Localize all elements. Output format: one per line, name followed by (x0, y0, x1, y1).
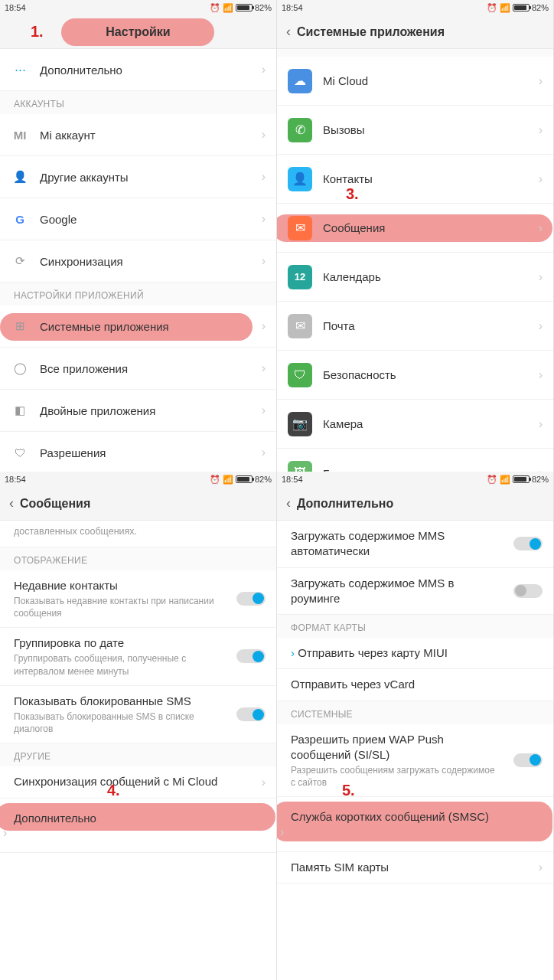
row-mi-account[interactable]: MI Mi аккаунт › (0, 114, 276, 156)
battery-pct: 82% (532, 3, 549, 12)
mi-logo-icon: MI (11, 126, 29, 144)
chevron-right-icon: › (262, 63, 266, 77)
row-more[interactable]: 4. Дополнительно › (0, 799, 276, 853)
alarm-icon: ⏰ (487, 3, 497, 13)
chevron-right-icon: › (539, 368, 543, 382)
label: Системные приложения (40, 320, 262, 333)
row-sync[interactable]: ⟳ Синхронизация › (0, 240, 276, 283)
label: Дополнительно (40, 64, 262, 77)
section-accounts: АККАУНТЫ (0, 91, 276, 114)
label: Google (40, 213, 262, 226)
chevron-right-icon: › (539, 74, 543, 88)
row-show-blocked[interactable]: Показывать блокированные SMS Показывать … (0, 686, 276, 744)
chevron-right-icon: › (539, 270, 543, 284)
row-smsc[interactable]: 5. Служба коротких сообщений (SMSC) › (277, 797, 553, 851)
panel-system-apps: 18:54 ⏰ 📶 82% ‹ Системные приложения ☁ M… (277, 0, 554, 472)
label: Безопасность (323, 368, 539, 381)
row-group-date[interactable]: Группировка по дате Группировать сообщен… (0, 628, 276, 686)
row-google[interactable]: G Google › (0, 198, 276, 240)
label: Загружать содержимое MMS автоматически (291, 528, 539, 560)
toggle[interactable] (513, 753, 543, 767)
dual-icon: ◧ (11, 401, 29, 420)
battery-pct: 82% (255, 3, 272, 12)
label: Календарь (323, 270, 539, 283)
row-system-apps[interactable]: ⊞ Системные приложения › (0, 305, 276, 348)
statusbar: 18:54 ⏰ 📶 82% (277, 472, 553, 487)
toggle[interactable] (513, 537, 543, 550)
user-icon: 👤 (11, 168, 29, 186)
row-more[interactable]: ⋯ Дополнительно › (0, 49, 276, 91)
row-mail[interactable]: ✉ Почта › (277, 302, 553, 351)
row-contacts[interactable]: 👤 Контакты › (277, 155, 553, 204)
back-button[interactable]: ‹ (286, 24, 291, 40)
status-right: ⏰ 📶 82% (210, 3, 272, 13)
toggle[interactable] (236, 649, 266, 663)
content: ☁ Mi Cloud › ✆ Вызовы › 👤 Контакты › 3. … (277, 49, 553, 472)
row-mms-roaming[interactable]: Загружать содержимое MMS в роуминге (277, 568, 553, 616)
statusbar: 18:54 ⏰ 📶 82% (0, 472, 276, 487)
chevron-right-icon: › (262, 128, 266, 142)
row-send-vcard[interactable]: Отправить через vCard (277, 669, 553, 701)
chevron-right-icon: › (262, 170, 266, 184)
battery-pct: 82% (255, 475, 272, 484)
label: Сообщения (323, 221, 539, 234)
back-button[interactable]: ‹ (286, 495, 291, 511)
label: Контакты (323, 172, 539, 185)
label: Все приложения (40, 362, 262, 375)
phone-icon: ✆ (288, 118, 312, 142)
row-messages[interactable]: 3. ✉ Сообщения › (277, 204, 553, 253)
chevron-right-icon: › (262, 361, 266, 375)
label: Вызовы (323, 123, 539, 136)
row-calls[interactable]: ✆ Вызовы › (277, 106, 553, 155)
section-card: ФОРМАТ КАРТЫ (277, 615, 553, 638)
row-dual-apps[interactable]: ◧ Двойные приложения › (0, 390, 276, 432)
chevron-right-icon: › (262, 319, 266, 333)
chevron-right-icon: › (539, 861, 543, 874)
alarm-icon: ⏰ (487, 475, 497, 485)
back-button[interactable]: ‹ (9, 495, 14, 511)
row-mms-auto[interactable]: Загружать содержимое MMS автоматически (277, 521, 553, 568)
row-gallery[interactable]: 🖼 Галерея › (277, 449, 553, 472)
toggle[interactable] (236, 707, 266, 721)
signal-icon: 📶 (500, 475, 510, 485)
row-security[interactable]: 🛡 Безопасность › (277, 351, 553, 400)
row-sim-memory[interactable]: Память SIM карты › (277, 852, 553, 884)
more-icon: ⋯ (11, 60, 29, 79)
row-all-apps[interactable]: ◯ Все приложения › (0, 348, 276, 390)
row-sync-cloud[interactable]: Синхронизация сообщений с Mi Cloud › (0, 766, 276, 798)
label: Почта (323, 319, 539, 332)
shield-icon: 🛡 (11, 443, 29, 462)
status-time: 18:54 (5, 3, 26, 12)
label: Недавние контакты (14, 578, 262, 593)
signal-icon: 📶 (500, 3, 510, 13)
toggle[interactable] (236, 592, 266, 606)
desc: Показывать блокированные SMS в списке ди… (14, 710, 262, 735)
chevron-right-icon: › (539, 221, 543, 235)
row-permissions[interactable]: 🛡 Разрешения › (0, 432, 276, 472)
row-mi-cloud[interactable]: ☁ Mi Cloud › (277, 57, 553, 106)
statusbar: 18:54 ⏰ 📶 82% (277, 0, 553, 15)
row-wap-push[interactable]: Разрешить прием WAP Push сообщений (SI/S… (277, 724, 553, 798)
row-camera[interactable]: 📷 Камера › (277, 400, 553, 449)
circle-icon: ◯ (11, 359, 29, 377)
chevron-right-icon: › (539, 466, 543, 472)
chevron-right-icon: › (539, 172, 543, 186)
row-other-accounts[interactable]: 👤 Другие аккаунты › (0, 156, 276, 198)
annotation-1: 1. (31, 23, 44, 41)
row-send-miui[interactable]: Отправить через карту MIUI (277, 638, 553, 669)
section-system: СИСТЕМНЫЕ (277, 701, 553, 724)
row-recent-contacts[interactable]: Недавние контакты Показывать недавние ко… (0, 570, 276, 629)
battery-icon (236, 4, 253, 11)
label: Разрешения (40, 446, 262, 459)
battery-icon (513, 475, 530, 483)
navbar: ‹ Дополнительно (277, 487, 553, 521)
gallery-icon: 🖼 (288, 461, 312, 472)
toggle[interactable] (513, 584, 543, 598)
chevron-right-icon: › (262, 446, 266, 459)
row-calendar[interactable]: 12 Календарь › (277, 253, 553, 302)
battery-pct: 82% (532, 475, 549, 484)
label: Отправить через vCard (291, 677, 539, 692)
alarm-icon: ⏰ (210, 475, 220, 485)
label: Синхронизация (40, 255, 262, 268)
navbar: 1. Настройки (0, 15, 276, 49)
